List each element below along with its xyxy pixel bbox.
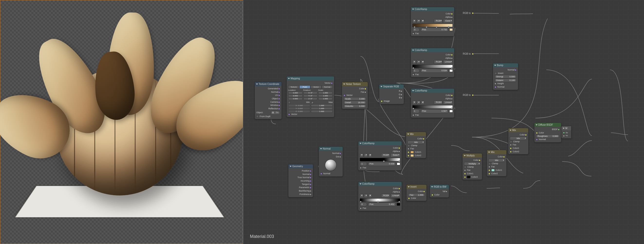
noise-detail[interactable]: Detail:16.000 [344, 101, 366, 104]
node-bump[interactable]: Bump Normal Invert Strengt0.500 Distanc0… [493, 63, 518, 90]
node-texture-coordinate[interactable]: Texture Coordinate Generated Normal UV O… [254, 82, 282, 119]
reroute-label: RGB to [463, 12, 474, 14]
node-header[interactable]: Noise Texture [342, 82, 368, 86]
node-header[interactable]: Normal [319, 147, 343, 151]
object-picker[interactable]: ⊞Cu [270, 111, 280, 115]
node-diffuse-bsdf[interactable]: Diffuse BSDF BSDF Color Roughnes0.000 No… [534, 123, 562, 143]
node-noise-texture[interactable]: Noise Texture Color Fac Vector Scale:3.0… [342, 82, 368, 109]
from-dupli-checkbox[interactable] [256, 115, 259, 117]
node-colorramp-4[interactable]: ColorRamp Color Alpha + − ▾ RGB Ease 1 P… [358, 141, 402, 171]
material-name-label: Material.003 [250, 234, 274, 239]
node-header[interactable]: Separate RGB [379, 84, 404, 89]
node-rgb-to-bw[interactable]: RGB to BW Val Color [430, 184, 449, 198]
colorramp-gradient[interactable] [412, 24, 453, 27]
node-normal[interactable]: Normal Normal Dot Normal [318, 146, 343, 177]
noise-scale[interactable]: Scale:3.000 [344, 97, 366, 100]
mapping-mode-buttons[interactable]: Texture Point Vector Normal [288, 85, 333, 89]
node-header[interactable]: Texture Coordinate [255, 82, 282, 86]
normal-sphere[interactable] [325, 159, 336, 171]
reroute-label: RGB to [463, 94, 474, 96]
node-editor[interactable]: Texture Coordinate Generated Normal UV O… [243, 0, 644, 244]
node-colorramp-3[interactable]: ColorRamp Color Alpha + − ▾ RGB Linear 1… [411, 88, 454, 118]
node-mix-3[interactable]: Mix Color Mix Clamp Fac Color1 Color2 [508, 128, 528, 155]
node-mapping[interactable]: Mapping Vector Texture Point Vector Norm… [286, 76, 334, 117]
node-wires [243, 0, 644, 244]
node-colorramp-2[interactable]: ColorRamp Color Alpha + − ▾ RGB Linear 1… [411, 48, 454, 77]
node-geometry[interactable]: Geometry Position Normal True Normal Inc… [288, 164, 313, 197]
node-header[interactable]: Geometry [288, 164, 313, 168]
node-invert[interactable]: Invert Color Fac:1.000 Color [406, 184, 427, 201]
render-preview [0, 0, 243, 244]
node-cutoff[interactable]: M Su Vo [561, 126, 572, 139]
render-subject [24, 15, 214, 210]
node-header[interactable]: Mapping [287, 76, 334, 80]
node-colorramp-1[interactable]: ColorRamp Color Alpha + − ▾ RGB Ease 3 P… [411, 7, 454, 36]
node-mix-2[interactable]: Mix Color Mix Clamp Fac Color1 Color2 [487, 150, 507, 176]
node-mix-1[interactable]: Mix Color Mix Clamp Fac Color1 Color2 [406, 132, 426, 158]
node-separate-rgb[interactable]: Separate RGB R G B Image [379, 84, 404, 104]
reroute-label: RGB to [463, 52, 474, 55]
node-multiply[interactable]: Multiply Color Multiply Clamp Fac Color1… [462, 153, 482, 180]
node-colorramp-5[interactable]: ColorRamp Color Alpha + − ▾ RGB Linear 0… [358, 182, 402, 211]
noise-distortion[interactable]: Distortio0.000 [344, 104, 366, 108]
